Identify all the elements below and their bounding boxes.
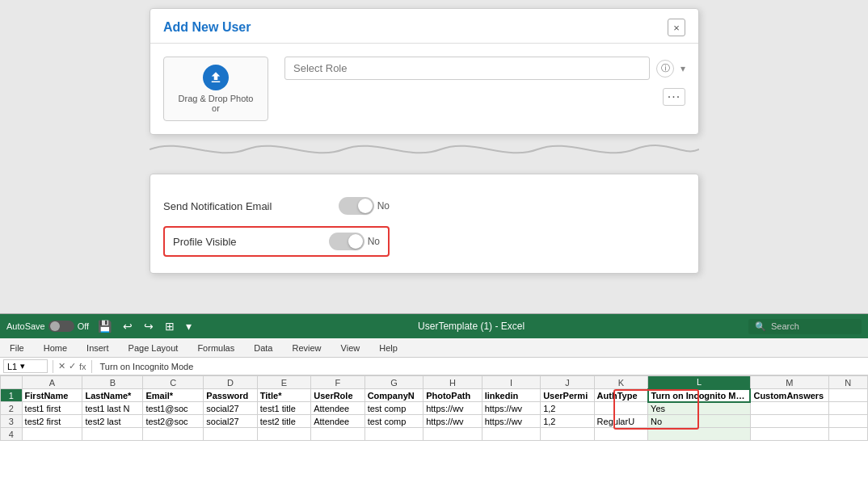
cell-F2[interactable]: Attendee [311, 402, 364, 415]
ribbon-formulas[interactable]: Formulas [194, 341, 238, 355]
ribbon-file[interactable]: File [6, 341, 27, 355]
cell-B2[interactable]: test1 last N [82, 402, 143, 415]
cell-C2[interactable]: test1@soc [143, 402, 204, 415]
cell-J4[interactable] [541, 428, 594, 441]
table-row[interactable]: 2test1 firsttest1 last Ntest1@socsocial2… [1, 402, 868, 415]
cell-M2[interactable] [750, 402, 828, 415]
undo-button[interactable]: ↩ [120, 318, 135, 334]
redo-button[interactable]: ↪ [141, 318, 156, 334]
col-header-J[interactable]: J [541, 376, 594, 389]
cell-G2[interactable]: test comp [364, 402, 423, 415]
cell-D1[interactable]: Password [204, 389, 257, 402]
cell-F1[interactable]: UserRole [311, 389, 364, 402]
drag-drop-area[interactable]: Drag & Drop Photo or [163, 57, 268, 121]
cell-C3[interactable]: test2@soc [143, 415, 204, 428]
cell-F4[interactable] [311, 428, 364, 441]
autosave-toggle[interactable] [48, 321, 74, 332]
col-header-A[interactable]: A [22, 376, 82, 389]
col-header-M[interactable]: M [750, 376, 828, 389]
cell-J3[interactable]: 1,2 [541, 415, 594, 428]
col-header-E[interactable]: E [257, 376, 310, 389]
table-row[interactable]: 4 [1, 428, 868, 441]
modal-close-button[interactable]: × [668, 19, 685, 36]
cell-B3[interactable]: test2 last [82, 415, 143, 428]
cell-M4[interactable] [750, 428, 828, 441]
cell-H4[interactable] [423, 428, 482, 441]
cell-H2[interactable]: https://wv [423, 402, 482, 415]
cell-G1[interactable]: CompanyN [364, 389, 423, 402]
profile-visible-track[interactable] [329, 233, 364, 250]
row-header-3[interactable]: 3 [1, 415, 23, 428]
cell-K2[interactable] [594, 402, 647, 415]
more-options-button[interactable]: ··· [663, 88, 685, 106]
cell-A1[interactable]: FirstName [22, 389, 82, 402]
col-header-I[interactable]: I [482, 376, 541, 389]
col-header-L[interactable]: L [648, 376, 751, 389]
row-header-1[interactable]: 1 [1, 389, 23, 402]
cell-C1[interactable]: Email* [143, 389, 204, 402]
table-row[interactable]: 1FirstNameLastName*Email*PasswordTitle*U… [1, 389, 868, 402]
cell-H1[interactable]: PhotoPath [423, 389, 482, 402]
cell-E4[interactable] [257, 428, 310, 441]
select-role-input[interactable] [284, 57, 650, 80]
cell-I4[interactable] [482, 428, 541, 441]
cell-N1[interactable] [828, 389, 867, 402]
cell-D3[interactable]: social27 [204, 415, 257, 428]
cell-H3[interactable]: https://wv [423, 415, 482, 428]
col-header-F[interactable]: F [311, 376, 364, 389]
cell-N4[interactable] [828, 428, 867, 441]
cancel-formula-icon[interactable]: ✕ [58, 361, 65, 371]
cell-L1[interactable]: Turn on Incognito Mode [648, 389, 751, 402]
cell-J1[interactable]: UserPermi [541, 389, 594, 402]
cell-A4[interactable] [22, 428, 82, 441]
cell-E1[interactable]: Title* [257, 389, 310, 402]
row-header-4[interactable]: 4 [1, 428, 23, 441]
table-icon-button[interactable]: ⊞ [162, 318, 177, 334]
cell-E2[interactable]: test1 title [257, 402, 310, 415]
cell-I3[interactable]: https://wv [482, 415, 541, 428]
ribbon-insert[interactable]: Insert [83, 341, 112, 355]
cell-I1[interactable]: linkedin [482, 389, 541, 402]
col-header-H[interactable]: H [423, 376, 482, 389]
cell-I2[interactable]: https://wv [482, 402, 541, 415]
cell-K3[interactable]: RegularU [594, 415, 647, 428]
cell-M1[interactable]: CustomAnswers [750, 389, 828, 402]
search-box[interactable]: 🔍 Search [748, 319, 862, 334]
cell-F3[interactable]: Attendee [311, 415, 364, 428]
cell-G4[interactable] [364, 428, 423, 441]
cell-N2[interactable] [828, 402, 867, 415]
cell-B1[interactable]: LastName* [82, 389, 143, 402]
ribbon-page-layout[interactable]: Page Layout [125, 341, 182, 355]
col-header-G[interactable]: G [364, 376, 423, 389]
cell-N3[interactable] [828, 415, 867, 428]
cell-J2[interactable]: 1,2 [541, 402, 594, 415]
cell-reference-box[interactable]: L1 ▾ [3, 359, 48, 373]
customize-button[interactable]: ▾ [183, 318, 194, 334]
ribbon-help[interactable]: Help [376, 341, 401, 355]
col-header-C[interactable]: C [143, 376, 204, 389]
col-header-B[interactable]: B [82, 376, 143, 389]
cell-B4[interactable] [82, 428, 143, 441]
ribbon-view[interactable]: View [338, 341, 364, 355]
cell-M3[interactable] [750, 415, 828, 428]
col-header-K[interactable]: K [594, 376, 647, 389]
cell-G3[interactable]: test comp [364, 415, 423, 428]
row-header-2[interactable]: 2 [1, 402, 23, 415]
ribbon-home[interactable]: Home [40, 341, 70, 355]
send-notification-toggle[interactable]: No [339, 197, 390, 215]
confirm-formula-icon[interactable]: ✓ [69, 361, 76, 371]
cell-D2[interactable]: social27 [204, 402, 257, 415]
cell-D4[interactable] [204, 428, 257, 441]
col-header-N[interactable]: N [828, 376, 867, 389]
cell-A2[interactable]: test1 first [22, 402, 82, 415]
table-row[interactable]: 3test2 firsttest2 lasttest2@socsocial27t… [1, 415, 868, 428]
col-header-D[interactable]: D [204, 376, 257, 389]
cell-K4[interactable] [594, 428, 647, 441]
dropdown-arrow-icon[interactable]: ▾ [680, 63, 685, 74]
cell-E3[interactable]: test2 title [257, 415, 310, 428]
save-button[interactable]: 💾 [95, 318, 114, 334]
cell-A3[interactable]: test2 first [22, 415, 82, 428]
cell-K1[interactable]: AuthType [594, 389, 647, 402]
profile-visible-toggle[interactable]: No [329, 233, 380, 250]
ribbon-data[interactable]: Data [251, 341, 276, 355]
